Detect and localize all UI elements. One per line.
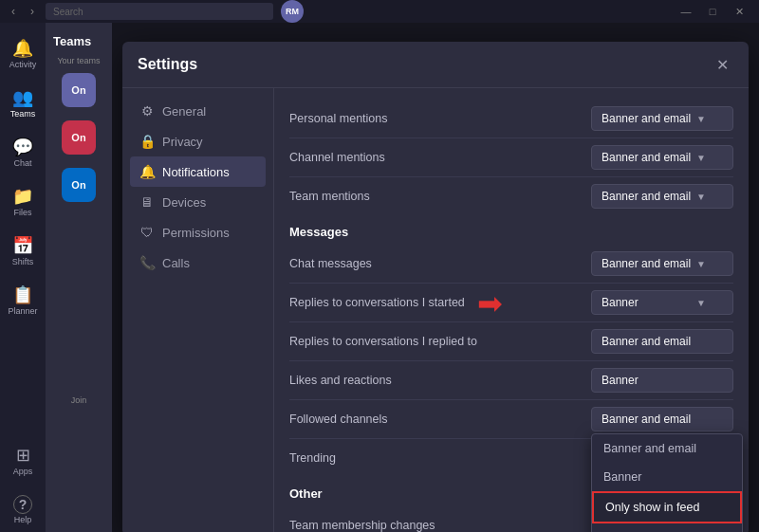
chevron-replies-started: ▼ [696,298,706,308]
teams-app: ‹ › Search RM — □ ✕ 🔔 Activity 👥 Teams 💬… [0,0,759,532]
teams-panel: Teams Your teams On On On Join [46,23,112,532]
devices-icon: 🖥 [139,194,155,210]
teams-panel-header: Teams [49,30,108,56]
chat-label: Chat [13,159,31,168]
nav-label-general: General [162,104,206,119]
dropdown-item-banner-email[interactable]: Banner and email [592,434,742,463]
notif-select-btn-likes-reactions[interactable]: Banner [591,368,733,393]
dropdown-item-off[interactable]: Off [592,523,742,532]
close-window-button[interactable]: ✕ [727,2,751,21]
notif-select-btn-chat-messages[interactable]: Banner and email ▼ [591,251,733,276]
teams-icon: 👥 [12,87,33,108]
window-controls: — □ ✕ [674,2,751,21]
dropdown-item-banner[interactable]: Banner [592,463,742,491]
notif-select-btn-channel-mentions[interactable]: Banner and email ▼ [591,145,733,170]
nav-item-calls[interactable]: 📞 Calls [130,248,266,278]
notif-label-chat-messages: Chat messages [289,257,591,270]
chevron-personal-mentions: ▼ [696,114,706,124]
search-bar[interactable]: Search [46,3,273,20]
user-avatar-top[interactable]: RM [281,0,304,23]
general-icon: ⚙ [139,103,155,119]
modal-close-button[interactable]: ✕ [711,53,733,76]
settings-modal: Settings ✕ ⚙ General 🔒 Privacy [122,42,749,532]
notif-select-likes-reactions[interactable]: Banner [591,368,733,393]
sidebar-item-teams[interactable]: 👥 Teams [4,80,42,125]
nav-item-permissions[interactable]: 🛡 Permissions [130,217,266,248]
icon-rail: 🔔 Activity 👥 Teams 💬 Chat 📁 Files 📅 Shif… [0,23,46,532]
notif-value-followed-channels: Banner and email [602,413,691,426]
nav-label-notifications: Notifications [162,165,230,179]
notif-select-btn-replies-replied[interactable]: Banner and email [591,329,733,354]
nav-label-permissions: Permissions [162,226,230,240]
notif-select-btn-replies-started[interactable]: Banner ▼ [591,290,733,315]
notifications-content: Personal mentions Banner and email ▼ Cha… [274,88,749,532]
nav-label-devices: Devices [162,195,206,210]
back-button[interactable]: ‹ [8,5,19,18]
your-teams-label: Your teams [49,56,108,65]
messages-section-header: Messages [289,215,733,245]
settings-sidebar: ⚙ General 🔒 Privacy 🔔 Notifications [122,88,274,532]
sidebar-item-apps[interactable]: ⊞ Apps [4,437,42,483]
notif-value-likes-reactions: Banner [602,374,639,387]
followed-channels-dropdown[interactable]: Banner and email Banner Only show in fee… [591,433,743,532]
teams-list: On On On [49,69,108,206]
messages-section: Messages Chat messages Banner and email … [289,215,733,477]
calls-icon: 📞 [139,255,155,270]
search-placeholder: Search [53,7,83,17]
maximize-button[interactable]: □ [700,2,725,21]
apps-icon: ⊞ [16,445,30,466]
sidebar-item-chat[interactable]: 💬 Chat [4,129,42,174]
nav-item-notifications[interactable]: 🔔 Notifications [130,156,266,187]
forward-button[interactable]: › [27,5,38,18]
notif-label-team-mentions: Team mentions [289,190,591,203]
nav-item-privacy[interactable]: 🔒 Privacy [130,126,266,156]
planner-label: Planner [8,307,37,316]
notif-label-likes-reactions: Likes and reactions [289,374,591,387]
minimize-button[interactable]: — [674,2,698,21]
notifications-icon: 🔔 [139,164,155,179]
team-avatar-1[interactable]: On [62,73,96,107]
notif-row-followed-channels: Followed channels Banner and email Banne… [289,400,733,439]
chevron-channel-mentions: ▼ [696,153,706,163]
chevron-chat-messages: ▼ [696,259,706,269]
team-avatar-3[interactable]: On [62,168,96,202]
notif-select-followed-channels[interactable]: Banner and email Banner and email Banner… [591,407,733,431]
sidebar-item-activity[interactable]: 🔔 Activity [4,30,42,76]
notif-select-btn-personal-mentions[interactable]: Banner and email ▼ [591,106,733,131]
sidebar-item-files[interactable]: 📁 Files [4,178,42,224]
notif-select-team-mentions[interactable]: Banner and email ▼ [591,184,733,209]
top-bar: ‹ › Search RM — □ ✕ [0,0,759,23]
activity-label: Activity [9,61,37,69]
mentions-section: Personal mentions Banner and email ▼ Cha… [289,100,733,215]
activity-icon: 🔔 [12,38,33,59]
sidebar-item-planner[interactable]: 📋 Planner [4,277,42,322]
shifts-icon: 📅 [12,235,33,256]
join-team-label[interactable]: Join [49,395,108,405]
nav-item-general[interactable]: ⚙ General [130,96,266,126]
notif-row-personal-mentions: Personal mentions Banner and email ▼ [289,100,733,138]
notif-select-btn-followed-channels[interactable]: Banner and email [591,407,733,431]
notif-value-chat-messages: Banner and email [602,257,691,270]
notif-label-team-membership: Team membership changes [289,519,591,532]
nav-item-devices[interactable]: 🖥 Devices [130,187,266,217]
files-label: Files [13,209,31,217]
notif-select-channel-mentions[interactable]: Banner and email ▼ [591,145,733,170]
team-avatar-2[interactable]: On [62,120,96,155]
notif-select-personal-mentions[interactable]: Banner and email ▼ [591,106,733,131]
dropdown-item-only-feed[interactable]: Only show in feed [592,491,742,523]
notif-value-replies-replied: Banner and email [602,335,691,348]
notif-select-chat-messages[interactable]: Banner and email ▼ [591,251,733,276]
sidebar-item-shifts[interactable]: 📅 Shifts [4,228,42,273]
notif-select-btn-team-mentions[interactable]: Banner and email ▼ [591,184,733,209]
sidebar-item-help[interactable]: ? Help [4,486,42,532]
notif-row-team-mentions: Team mentions Banner and email ▼ [289,177,733,215]
notif-select-replies-started[interactable]: Banner ▼ [591,290,733,315]
notif-value-channel-mentions: Banner and email [602,151,691,164]
modal-overlay: Settings ✕ ⚙ General 🔒 Privacy [112,23,759,532]
privacy-icon: 🔒 [139,134,155,149]
notif-value-replies-started: Banner [602,296,639,309]
notif-select-replies-replied[interactable]: Banner and email [591,329,733,354]
permissions-icon: 🛡 [139,225,155,240]
chat-icon: 💬 [12,137,33,157]
notif-label-personal-mentions: Personal mentions [289,112,591,125]
